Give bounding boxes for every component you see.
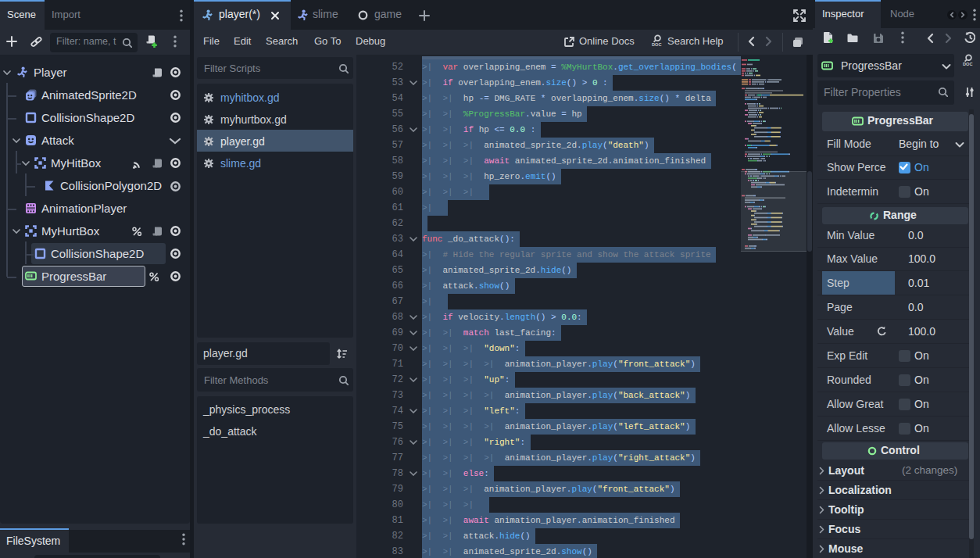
svg-text:DOC: DOC [652, 42, 661, 47]
svg-text:DOC: DOC [963, 62, 972, 66]
